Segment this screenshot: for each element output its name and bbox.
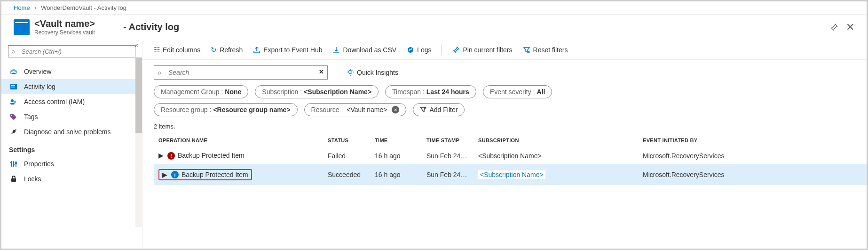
- scrollbar-thumb[interactable]: [135, 57, 142, 133]
- sidebar-item-label: Access control (IAM): [24, 98, 85, 105]
- svg-point-3: [11, 99, 14, 102]
- sidebar-item-access-control[interactable]: Access control (IAM): [1, 94, 142, 109]
- search-icon: ⌕: [158, 69, 161, 76]
- search-input[interactable]: [154, 65, 328, 80]
- export-icon: [253, 46, 260, 54]
- svg-rect-5: [10, 103, 15, 105]
- sidebar-item-diagnose[interactable]: Diagnose and solve problems: [1, 124, 142, 139]
- sidebar-item-label: Activity log: [24, 83, 55, 90]
- filter-subscription[interactable]: Subscription : <Subscription Name>: [255, 85, 379, 98]
- sidebar-item-label: Tags: [24, 113, 38, 121]
- col-timestamp[interactable]: TIME STAMP: [422, 134, 473, 147]
- activity-log-icon: [9, 83, 18, 90]
- refresh-button[interactable]: ↻Refresh: [211, 46, 243, 54]
- label: Refresh: [220, 46, 243, 54]
- page-header: <Vault name> Recovery Services vault - A…: [1, 15, 867, 40]
- cell-operation: Backup Protected Item: [181, 171, 248, 178]
- filter-key: Resource: [311, 106, 339, 113]
- edit-columns-button[interactable]: ☷Edit columns: [154, 46, 200, 54]
- label: Reset filters: [533, 46, 568, 54]
- svg-rect-2: [11, 87, 15, 88]
- pin-icon[interactable]: [830, 23, 838, 32]
- page-title: <Vault name>: [34, 18, 95, 29]
- reset-filters-button[interactable]: Reset filters: [523, 46, 568, 54]
- filter-value: Last 24 hours: [426, 88, 469, 96]
- col-status[interactable]: STATUS: [323, 134, 370, 147]
- lightbulb-icon: [347, 69, 354, 76]
- filter-value: All: [537, 88, 545, 96]
- add-filter-button[interactable]: Add Filter: [413, 103, 465, 116]
- filter-key: Subscription :: [262, 88, 302, 96]
- sidebar-item-overview[interactable]: Overview: [1, 64, 142, 79]
- info-icon: i: [171, 171, 179, 178]
- pin-icon: [452, 46, 460, 54]
- svg-rect-11: [13, 164, 15, 165]
- filter-event-severity[interactable]: Event severity : All: [483, 85, 552, 98]
- table-row[interactable]: ▶!Backup Protected Item Failed 16 h ago …: [154, 147, 867, 164]
- scrollbar[interactable]: [135, 57, 142, 227]
- activity-table: OPERATION NAME STATUS TIME TIME STAMP SU…: [154, 134, 867, 185]
- chevron-right-icon: ›: [34, 4, 36, 11]
- sidebar-item-tags[interactable]: Tags: [1, 109, 142, 124]
- svg-rect-7: [11, 161, 12, 167]
- col-initiated-by[interactable]: EVENT INITIATED BY: [638, 134, 867, 147]
- label: Logs: [417, 46, 431, 54]
- svg-rect-12: [15, 162, 17, 164]
- cell-status: Failed: [323, 147, 370, 164]
- quick-insights-button[interactable]: Quick Insights: [347, 69, 398, 76]
- remove-filter-icon[interactable]: ✕: [392, 106, 399, 113]
- label: Quick Insights: [357, 69, 398, 76]
- columns-icon: ☷: [154, 46, 160, 54]
- sidebar-item-activity-log[interactable]: Activity log: [1, 79, 142, 94]
- cell-subscription: <Subscription Name>: [473, 147, 638, 164]
- expand-icon[interactable]: ▶: [162, 171, 167, 178]
- label: Export to Event Hub: [263, 46, 322, 54]
- cell-time: 16 h ago: [370, 147, 422, 164]
- export-button[interactable]: Export to Event Hub: [253, 46, 322, 54]
- label: Download as CSV: [343, 46, 396, 54]
- filter-management-group[interactable]: Management Group : None: [154, 85, 248, 98]
- access-control-icon: [9, 98, 18, 105]
- table-row[interactable]: ▶iBackup Protected Item Succeeded 16 h a…: [154, 164, 867, 185]
- vault-icon: [14, 19, 30, 35]
- error-icon: !: [167, 152, 175, 160]
- sidebar-item-label: Properties: [24, 160, 54, 168]
- filter-value: <Subscription Name>: [304, 88, 371, 96]
- close-icon[interactable]: ✕: [846, 21, 854, 33]
- item-count: 2 items.: [142, 121, 867, 134]
- properties-icon: [9, 161, 18, 167]
- download-button[interactable]: Download as CSV: [332, 46, 396, 54]
- filter-value: <Vault name>: [347, 106, 387, 113]
- cell-status: Succeeded: [323, 164, 370, 185]
- breadcrumb-current: WonderDemoVault - Activity log: [41, 4, 126, 11]
- filter-timespan[interactable]: Timespan : Last 24 hours: [385, 85, 476, 98]
- filter-resource[interactable]: Resource <Vault name>✕: [304, 103, 407, 116]
- svg-point-6: [11, 115, 12, 116]
- sidebar-search-input[interactable]: [8, 45, 135, 57]
- cell-operation: Backup Protected Item: [178, 152, 245, 159]
- filter-value: None: [225, 88, 241, 96]
- refresh-icon: ↻: [211, 46, 217, 54]
- tags-icon: [9, 113, 18, 120]
- sidebar-item-properties[interactable]: Properties: [1, 156, 142, 171]
- label: Edit columns: [163, 46, 200, 54]
- cell-timestamp: Sun Feb 24 2...: [422, 147, 473, 164]
- clear-icon[interactable]: ✕: [319, 68, 324, 75]
- cell-subscription-link[interactable]: <Subscription Name>: [478, 170, 545, 179]
- main-content: ☷Edit columns ↻Refresh Export to Event H…: [142, 40, 867, 250]
- col-operation[interactable]: OPERATION NAME: [154, 134, 323, 147]
- pin-filters-button[interactable]: Pin current filters: [452, 46, 512, 54]
- filter-key: Event severity :: [490, 88, 535, 96]
- col-time[interactable]: TIME: [370, 134, 422, 147]
- search-icon: ⌕: [11, 48, 15, 55]
- cell-initiated-by: Microsoft.RecoveryServices: [638, 164, 867, 185]
- sidebar-item-locks[interactable]: Locks: [1, 171, 142, 186]
- separator: [442, 45, 442, 55]
- sidebar: « ⌕ Overview Activity log Access control…: [1, 40, 142, 250]
- filter-resource-group[interactable]: Resource group : <Resource group name>: [154, 103, 298, 116]
- expand-icon[interactable]: ▶: [158, 152, 164, 159]
- logs-button[interactable]: Logs: [407, 46, 431, 54]
- col-subscription[interactable]: SUBSCRIPTION: [473, 134, 638, 147]
- filter-value: <Resource group name>: [213, 106, 290, 113]
- breadcrumb-home[interactable]: Home: [14, 4, 30, 11]
